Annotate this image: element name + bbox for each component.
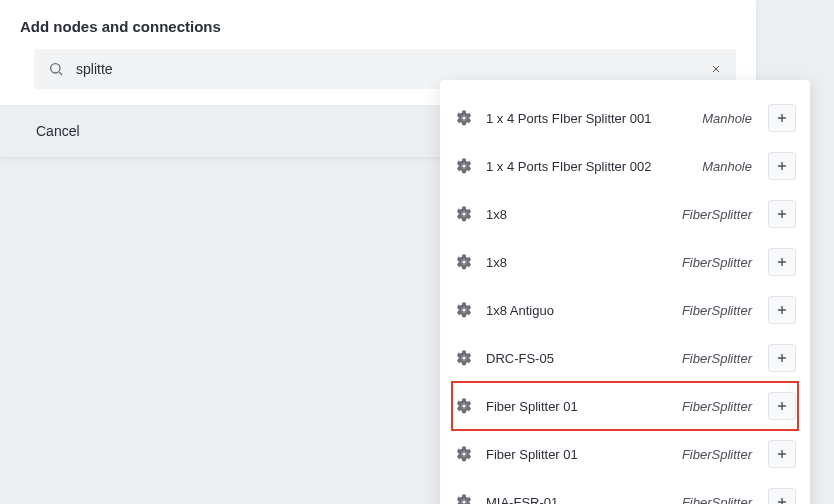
gear-icon [454,444,474,464]
result-row[interactable]: 1x8FiberSplitter [452,190,798,238]
add-button[interactable] [768,248,796,276]
add-button[interactable] [768,296,796,324]
gear-icon [454,396,474,416]
result-name: 1 x 4 Ports FIber Splitter 001 [486,111,690,126]
add-button[interactable] [768,392,796,420]
result-row[interactable]: 1x8FiberSplitter [452,238,798,286]
result-name: MIA-FSR-01 [486,495,670,505]
add-button[interactable] [768,344,796,372]
search-input[interactable] [76,61,698,77]
result-type: FiberSplitter [682,303,752,318]
result-row[interactable]: 1x8 AntiguoFiberSplitter [452,286,798,334]
result-row[interactable]: Fiber Splitter 01FiberSplitter [452,430,798,478]
svg-line-1 [59,72,62,75]
result-row[interactable]: Fiber Splitter 01FiberSplitter [452,382,798,430]
add-button[interactable] [768,440,796,468]
add-button[interactable] [768,104,796,132]
clear-search-button[interactable] [708,61,724,77]
gear-icon [454,300,474,320]
result-name: 1x8 [486,207,670,222]
result-row[interactable]: DRC-FS-05FiberSplitter [452,334,798,382]
result-name: 1x8 [486,255,670,270]
gear-icon [454,156,474,176]
result-type: FiberSplitter [682,351,752,366]
result-name: 1 x 4 Ports FIber Splitter 002 [486,159,690,174]
result-type: FiberSplitter [682,399,752,414]
result-name: Fiber Splitter 01 [486,447,670,462]
result-row[interactable]: 1 x 4 Ports FIber Splitter 001Manhole [452,94,798,142]
result-type: FiberSplitter [682,495,752,505]
result-type: Manhole [702,111,752,126]
result-row[interactable]: 1 x 4 Ports FIber Splitter 002Manhole [452,142,798,190]
gear-icon [454,492,474,504]
gear-icon [454,204,474,224]
result-name: Fiber Splitter 01 [486,399,670,414]
result-type: FiberSplitter [682,207,752,222]
gear-icon [454,348,474,368]
results-dropdown: 1 x 4 Ports FIber Splitter 001Manhole1 x… [440,80,810,504]
gear-icon [454,108,474,128]
result-type: FiberSplitter [682,255,752,270]
result-row[interactable]: MIA-FSR-01FiberSplitter [452,478,798,504]
gear-icon [454,252,474,272]
search-icon [46,59,66,79]
dialog-title: Add nodes and connections [0,0,756,49]
result-type: FiberSplitter [682,447,752,462]
add-button[interactable] [768,152,796,180]
add-button[interactable] [768,488,796,504]
svg-point-0 [51,64,60,73]
add-button[interactable] [768,200,796,228]
result-name: 1x8 Antiguo [486,303,670,318]
result-name: DRC-FS-05 [486,351,670,366]
cancel-button[interactable]: Cancel [34,119,82,143]
result-type: Manhole [702,159,752,174]
